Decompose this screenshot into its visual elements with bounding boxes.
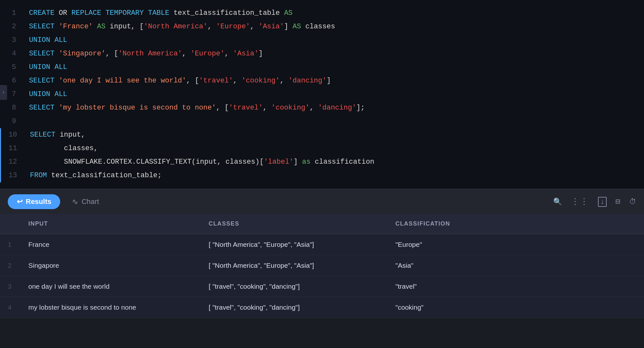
clock-icon[interactable] (629, 197, 636, 207)
cell-classification: "travel" (386, 276, 644, 297)
code-editor[interactable]: › 1CREATE OR REPLACE TEMPORARY TABLE tex… (0, 0, 644, 189)
tab-results[interactable]: Results (8, 194, 60, 209)
table-row: 4my lobster bisque is second to none[ "t… (0, 297, 644, 318)
code-line-12: 12 SNOWFLAKE.CORTEX.CLASSIFY_TEXT(input,… (0, 155, 644, 169)
line-content-13: FROM text_classification_table; (27, 169, 644, 182)
cell-classification: "cooking" (386, 297, 644, 318)
col-header-input: INPUT (19, 214, 200, 234)
line-number-9: 9 (0, 115, 26, 128)
line-number-12: 12 (1, 155, 27, 169)
code-token: input, (55, 131, 85, 139)
code-token: 'cooking' (242, 77, 280, 85)
code-line-3: 3UNION ALL (0, 34, 644, 47)
code-token: ] (327, 77, 331, 85)
code-token: AS (293, 23, 301, 31)
code-token: , [ (186, 77, 199, 85)
results-table: INPUTCLASSESCLASSIFICATION 1France[ "Nor… (0, 214, 644, 318)
line-number-5: 5 (0, 61, 26, 74)
line-content-9 (26, 115, 644, 128)
code-token: AS (284, 9, 292, 17)
line-content-3: UNION ALL (26, 34, 644, 47)
code-token: UNION ALL (29, 63, 67, 71)
code-token: 'my lobster bisque is second to none' (59, 104, 216, 112)
code-token: , (309, 104, 318, 112)
code-token: 'dancing' (318, 104, 356, 112)
line-number-1: 1 (0, 6, 26, 20)
code-token: , (233, 77, 242, 85)
code-line-4: 4SELECT 'Singapore', ['North America', '… (0, 47, 644, 61)
tab-chart-label: Chart (81, 198, 99, 206)
code-token: 'one day I will see the world' (59, 77, 186, 85)
table-body: 1France[ "North America", "Europe", "Asi… (0, 234, 644, 318)
chart-line-icon (72, 197, 78, 206)
cell-classes: [ "North America", "Europe", "Asia"] (200, 255, 386, 276)
cell-input: one day I will see the world (19, 276, 200, 297)
code-line-5: 5UNION ALL (0, 61, 644, 74)
columns-icon[interactable] (571, 197, 589, 207)
code-token: , (182, 50, 190, 58)
split-icon[interactable] (616, 197, 620, 207)
code-token: TABLE (148, 9, 169, 17)
code-token: SELECT (29, 23, 54, 31)
cell-input: Singapore (19, 255, 200, 276)
code-token: text_classification_table (169, 9, 284, 17)
code-token: 'Asia' (233, 50, 259, 58)
code-token: 'dancing' (288, 77, 327, 85)
code-token: 'Europe' (191, 50, 225, 58)
code-token: SNOWFLAKE.CORTEX.CLASSIFY_TEXT(input, cl… (30, 158, 264, 166)
code-token: 'cooking' (271, 104, 310, 112)
code-token: UNION ALL (29, 36, 67, 44)
line-number-7: 7 (0, 88, 26, 101)
code-token: text_classification_table; (47, 171, 162, 179)
code-token: , (263, 104, 271, 112)
code-token (54, 104, 59, 112)
row-number: 1 (0, 234, 19, 255)
line-content-1: CREATE OR REPLACE TEMPORARY TABLE text_c… (26, 6, 644, 20)
code-line-6: 6SELECT 'one day I will see the world', … (0, 74, 644, 88)
code-line-9: 9 (0, 115, 644, 128)
line-content-12: SNOWFLAKE.CORTEX.CLASSIFY_TEXT(input, cl… (27, 155, 644, 169)
code-token (144, 9, 148, 17)
code-token: 'North America' (144, 23, 207, 31)
search-icon[interactable] (553, 197, 562, 207)
row-num-header (0, 214, 19, 234)
cell-classification: "Asia" (386, 255, 644, 276)
code-line-13: 13FROM text_classification_table; (0, 169, 644, 182)
line-number-4: 4 (0, 47, 26, 61)
code-token: SELECT (29, 77, 54, 85)
code-token (54, 50, 59, 58)
download-icon[interactable] (598, 197, 606, 207)
code-token (101, 9, 105, 17)
code-line-2: 2SELECT 'France' AS input, ['North Ameri… (0, 20, 644, 34)
col-header-classification: CLASSIFICATION (386, 214, 644, 234)
code-line-10: 10SELECT input, (0, 128, 644, 142)
code-token: , (224, 50, 233, 58)
code-token: classification (310, 158, 374, 166)
line-number-13: 13 (1, 169, 27, 182)
line-number-6: 6 (0, 74, 26, 88)
code-token: 'France' (59, 23, 93, 31)
cell-classes: [ "travel", "cooking", "dancing"] (200, 297, 386, 318)
table-header: INPUTCLASSESCLASSIFICATION (0, 214, 644, 234)
line-content-5: UNION ALL (26, 61, 644, 74)
cell-classes: [ "North America", "Europe", "Asia"] (200, 234, 386, 255)
tabs-right (553, 197, 636, 207)
line-content-2: SELECT 'France' AS input, ['North Americ… (26, 20, 644, 34)
tabs-bar: Results Chart (0, 189, 644, 214)
tab-chart[interactable]: Chart (65, 194, 105, 209)
code-token: 'Singapore' (59, 50, 105, 58)
results-table-wrap: INPUTCLASSESCLASSIFICATION 1France[ "Nor… (0, 214, 644, 318)
code-line-11: 11 classes, (0, 142, 644, 155)
line-number-11: 11 (1, 142, 27, 155)
cell-input: France (19, 234, 200, 255)
code-lines: 1CREATE OR REPLACE TEMPORARY TABLE text_… (0, 6, 644, 182)
code-token: , (208, 23, 216, 31)
code-token: UNION ALL (29, 90, 67, 98)
code-line-1: 1CREATE OR REPLACE TEMPORARY TABLE text_… (0, 6, 644, 20)
line-content-7: UNION ALL (26, 88, 644, 101)
code-token: ] (259, 50, 263, 58)
tab-results-label: Results (26, 198, 51, 206)
code-token: 'travel' (199, 77, 233, 85)
code-token: SELECT (30, 131, 55, 139)
cell-classification: "Europe" (386, 234, 644, 255)
